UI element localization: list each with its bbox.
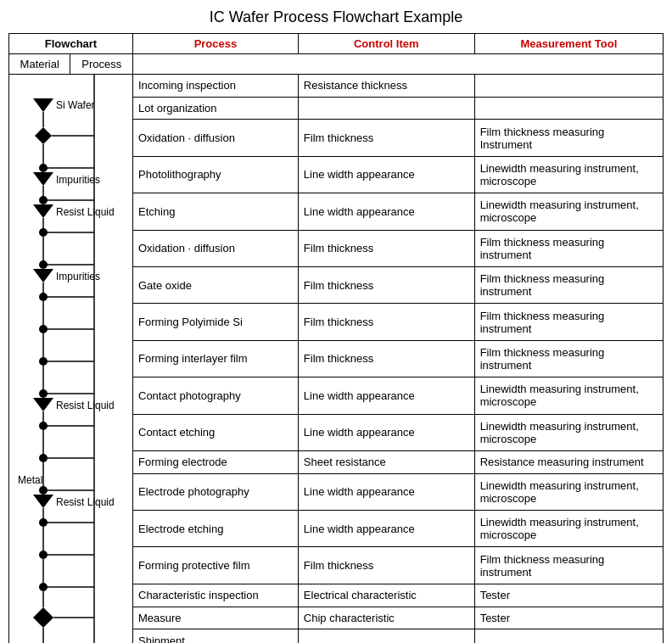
process-header: Process (133, 34, 299, 54)
measure-header: Measurement Tool (474, 34, 663, 54)
control-cell-10: Line width appearance (298, 414, 474, 450)
si-wafer-triangle (33, 98, 53, 112)
flowchart-header: Flowchart (9, 34, 133, 54)
resist2-label: Resist Liquid (56, 400, 115, 411)
flowchart-svg: Si Wafer Impurit (9, 75, 132, 643)
page: IC Wafer Process Flowchart Example Flowc… (0, 0, 672, 643)
measure-cell-1 (474, 97, 663, 120)
impurities2-label: Impurities (56, 271, 100, 282)
si-wafer-diamond (35, 127, 52, 144)
char-diamond (33, 607, 53, 628)
measure-cell-3: Linewidth measuring instrument, microsco… (474, 156, 663, 193)
control-cell-17 (298, 629, 474, 643)
measure-cell-5: Film thickness measuring instrument (474, 230, 663, 266)
control-cell-11: Sheet resistance (298, 450, 474, 473)
resist3-label: Resist Liquid (56, 496, 115, 508)
table-row: Si Wafer Impurit (9, 75, 664, 98)
measure-cell-17 (474, 629, 663, 643)
control-cell-14: Film thickness (298, 547, 474, 584)
process-cell-15: Characteristic inspection (133, 584, 299, 607)
process-cell-0: Incoming inspection (133, 75, 299, 98)
process-cell-3: Photolithography (133, 156, 299, 193)
control-cell-8: Film thickness (298, 340, 474, 377)
process-cell-11: Forming electrode (133, 450, 299, 473)
process-cell-8: Forming interlayer film (133, 340, 299, 377)
process-cell-5: Oxidation · diffusion (133, 230, 299, 266)
main-table: Flowchart Process Control Item Measureme… (8, 33, 664, 643)
control-cell-7: Film thickness (298, 304, 474, 340)
measure-cell-9: Linewidth measuring instrument, microsco… (474, 377, 663, 414)
control-cell-9: Line width appearance (298, 377, 474, 414)
process-subheader: Process (70, 54, 133, 75)
measure-cell-6: Film thickness measuring instrument (474, 266, 663, 303)
process-cell-9: Contact photography (133, 377, 299, 414)
si-wafer-label: Si Wafer (56, 99, 95, 111)
control-cell-13: Line width appearance (298, 511, 474, 547)
process-cell-7: Forming Polyimide Si (133, 304, 299, 340)
process-cell-6: Gate oxide (133, 266, 299, 303)
control-cell-3: Line width appearance (298, 156, 474, 193)
measure-cell-13: Linewidth measuring instrument, microsco… (474, 511, 663, 547)
control-cell-4: Line width appearance (298, 193, 474, 230)
control-cell-5: Film thickness (298, 230, 474, 266)
impurities1-label: Impurities (56, 174, 100, 186)
measure-cell-14: Film thickness measuring instrument (474, 547, 663, 584)
control-cell-1 (298, 97, 474, 120)
measure-cell-16: Tester (474, 607, 663, 629)
measure-cell-4: Linewidth measuring instrument, microsco… (474, 193, 663, 230)
impurities2-triangle (33, 269, 53, 282)
resist3-triangle (33, 495, 53, 508)
process-cell-10: Contact etching (133, 414, 299, 450)
process-cell-12: Electrode photography (133, 473, 299, 510)
control-cell-2: Film thickness (298, 120, 474, 156)
control-cell-12: Line width appearance (298, 473, 474, 510)
measure-cell-12: Linewidth measuring instrument, microsco… (474, 473, 663, 510)
measure-cell-7: Film thickness measuring instrument (474, 304, 663, 340)
measure-cell-0 (474, 75, 663, 98)
measure-cell-11: Resistance measuring instrument (474, 450, 663, 473)
metal-label: Metal (18, 474, 42, 486)
process-cell-4: Etching (133, 193, 299, 230)
impurities1-triangle (33, 172, 53, 186)
process-cell-16: Measure (133, 607, 299, 629)
resist1-triangle (33, 204, 53, 218)
control-header: Control Item (298, 34, 474, 54)
control-cell-0: Resistance thickness (298, 75, 474, 98)
control-cell-16: Chip characteristic (298, 607, 474, 629)
resist2-triangle (33, 398, 53, 411)
process-cell-2: Oxidation · diffusion (133, 120, 299, 156)
process-cell-1: Lot organization (133, 97, 299, 120)
measure-cell-15: Tester (474, 584, 663, 607)
measure-cell-10: Linewidth measuring instrument, microsco… (474, 414, 663, 450)
process-cell-17: Shipment (133, 629, 299, 643)
control-cell-15: Electrical characteristic (298, 584, 474, 607)
process-cell-14: Forming protective film (133, 547, 299, 584)
control-cell-6: Film thickness (298, 266, 474, 303)
resist1-label: Resist Liquid (56, 206, 115, 218)
page-title: IC Wafer Process Flowchart Example (8, 8, 664, 26)
measure-cell-2: Film thickness measuring Instrument (474, 120, 663, 156)
measure-cell-8: Film thickness measuring instrument (474, 340, 663, 377)
material-subheader: Material (9, 54, 70, 75)
process-cell-13: Electrode etching (133, 511, 299, 547)
